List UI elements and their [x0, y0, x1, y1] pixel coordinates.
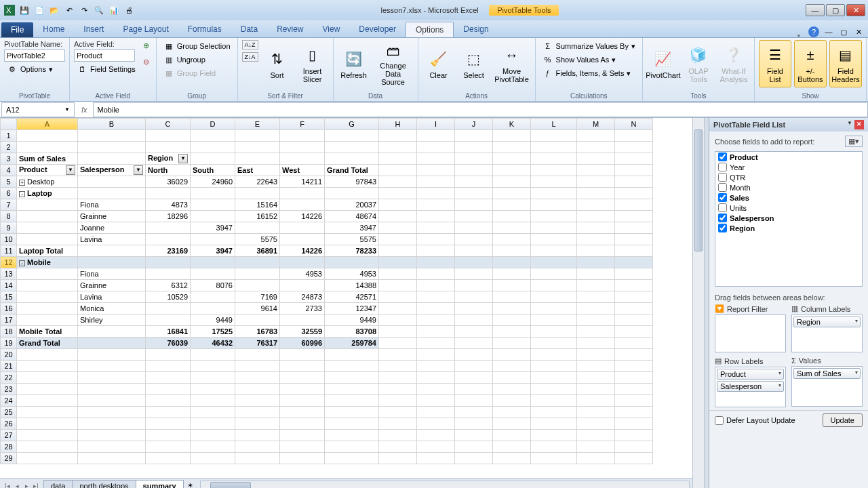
cell-D6[interactable] — [191, 188, 235, 199]
maximize-button[interactable]: ▢ — [826, 4, 845, 16]
summarize-values-button[interactable]: ΣSummarize Values By ▾ — [540, 40, 638, 52]
cell-M26[interactable] — [577, 418, 615, 430]
cell-D10[interactable] — [191, 234, 235, 245]
cell-A17[interactable] — [17, 314, 78, 326]
cell-L3[interactable] — [531, 153, 577, 165]
cell-K26[interactable] — [493, 418, 531, 430]
cell-N17[interactable] — [615, 314, 653, 326]
cell-M12[interactable] — [577, 257, 615, 268]
cell-K15[interactable] — [493, 291, 531, 303]
row-header-19[interactable]: 19 — [1, 338, 17, 349]
cell-B21[interactable] — [78, 361, 146, 372]
cell-L25[interactable] — [531, 407, 577, 418]
cell-C22[interactable] — [146, 372, 191, 384]
cell-A12[interactable]: -Mobile — [17, 257, 78, 268]
whatif-button[interactable]: ❔What-If Analysis — [717, 40, 750, 87]
cell-F13[interactable]: 4953 — [280, 268, 325, 280]
cell-A3[interactable]: Sum of Sales — [17, 153, 78, 165]
sheet-tab-summary[interactable]: summary — [136, 480, 184, 488]
row-header-25[interactable]: 25 — [1, 407, 17, 418]
cell-M27[interactable] — [577, 430, 615, 441]
row-header-1[interactable]: 1 — [1, 130, 17, 142]
cell-K25[interactable] — [493, 407, 531, 418]
field-list-button[interactable]: ☰Field List — [759, 40, 791, 87]
cell-I25[interactable] — [417, 407, 455, 418]
cell-H27[interactable] — [379, 430, 417, 441]
row-header-24[interactable]: 24 — [1, 395, 17, 407]
cell-E14[interactable] — [235, 280, 280, 291]
tab-options[interactable]: Options — [406, 22, 454, 37]
row-header-14[interactable]: 14 — [1, 280, 17, 291]
cell-B17[interactable]: Shirley — [78, 314, 146, 326]
field-checkbox[interactable] — [718, 224, 727, 232]
cell-B6[interactable] — [78, 188, 146, 199]
cell-F9[interactable] — [280, 222, 325, 234]
cell-J27[interactable] — [455, 430, 493, 441]
col-header-A[interactable]: A — [17, 119, 78, 130]
cell-E19[interactable]: 76317 — [235, 338, 280, 349]
cell-M15[interactable] — [577, 291, 615, 303]
cell-D1[interactable] — [191, 130, 235, 142]
cell-F12[interactable] — [280, 257, 325, 268]
cell-J2[interactable] — [455, 142, 493, 153]
minimize-button[interactable]: — — [806, 4, 825, 16]
field-headers-button[interactable]: ▤Field Headers — [829, 40, 862, 87]
cell-I27[interactable] — [417, 430, 455, 441]
cell-K19[interactable] — [493, 338, 531, 349]
close-button[interactable]: ✕ — [846, 4, 865, 16]
cell-H4[interactable] — [379, 165, 417, 176]
cell-H25[interactable] — [379, 407, 417, 418]
cell-C16[interactable] — [146, 303, 191, 314]
cell-L4[interactable] — [531, 165, 577, 176]
cell-B1[interactable] — [78, 130, 146, 142]
cell-M2[interactable] — [577, 142, 615, 153]
cell-G2[interactable] — [325, 142, 379, 153]
cell-K23[interactable] — [493, 384, 531, 395]
cell-G14[interactable]: 14388 — [325, 280, 379, 291]
cell-G5[interactable]: 97843 — [325, 176, 379, 188]
cell-G26[interactable] — [325, 418, 379, 430]
cell-I28[interactable] — [417, 441, 455, 453]
cell-C4[interactable]: North — [146, 165, 191, 176]
defer-update-checkbox[interactable]: Defer Layout Update — [715, 416, 795, 425]
cell-K27[interactable] — [493, 430, 531, 441]
cell-B26[interactable] — [78, 418, 146, 430]
row-header-20[interactable]: 20 — [1, 349, 17, 361]
cell-D5[interactable]: 24960 — [191, 176, 235, 188]
cell-A8[interactable] — [17, 211, 78, 222]
tab-review[interactable]: Review — [267, 22, 313, 37]
name-box[interactable]: A12▼ — [1, 102, 75, 117]
cell-E4[interactable]: East — [235, 165, 280, 176]
options-button[interactable]: ⚙Options ▾ — [4, 63, 65, 75]
cell-N23[interactable] — [615, 384, 653, 395]
cell-D4[interactable]: South — [191, 165, 235, 176]
cell-I26[interactable] — [417, 418, 455, 430]
sort-az-icon[interactable]: A↓Z — [242, 40, 258, 49]
cell-J7[interactable] — [455, 199, 493, 211]
cell-K2[interactable] — [493, 142, 531, 153]
cell-E7[interactable]: 15164 — [235, 199, 280, 211]
tab-next-icon[interactable]: ▸ — [22, 483, 31, 489]
cell-M20[interactable] — [577, 349, 615, 361]
cell-C26[interactable] — [146, 418, 191, 430]
cell-D7[interactable] — [191, 199, 235, 211]
cell-D9[interactable]: 3947 — [191, 222, 235, 234]
cell-I6[interactable] — [417, 188, 455, 199]
cell-G10[interactable]: 5575 — [325, 234, 379, 245]
cell-A21[interactable] — [17, 361, 78, 372]
cell-L2[interactable] — [531, 142, 577, 153]
cell-J5[interactable] — [455, 176, 493, 188]
cell-B3[interactable] — [78, 153, 146, 165]
cell-B19[interactable] — [78, 338, 146, 349]
row-header-27[interactable]: 27 — [1, 430, 17, 441]
cell-N21[interactable] — [615, 361, 653, 372]
cell-D24[interactable] — [191, 395, 235, 407]
area-chip-region[interactable]: Region — [793, 317, 861, 327]
active-field-input[interactable] — [74, 49, 135, 62]
cell-A20[interactable] — [17, 349, 78, 361]
cell-E28[interactable] — [235, 441, 280, 453]
cell-N18[interactable] — [615, 326, 653, 338]
formula-input[interactable]: Mobile — [93, 102, 868, 117]
cell-G7[interactable]: 20037 — [325, 199, 379, 211]
cell-M10[interactable] — [577, 234, 615, 245]
